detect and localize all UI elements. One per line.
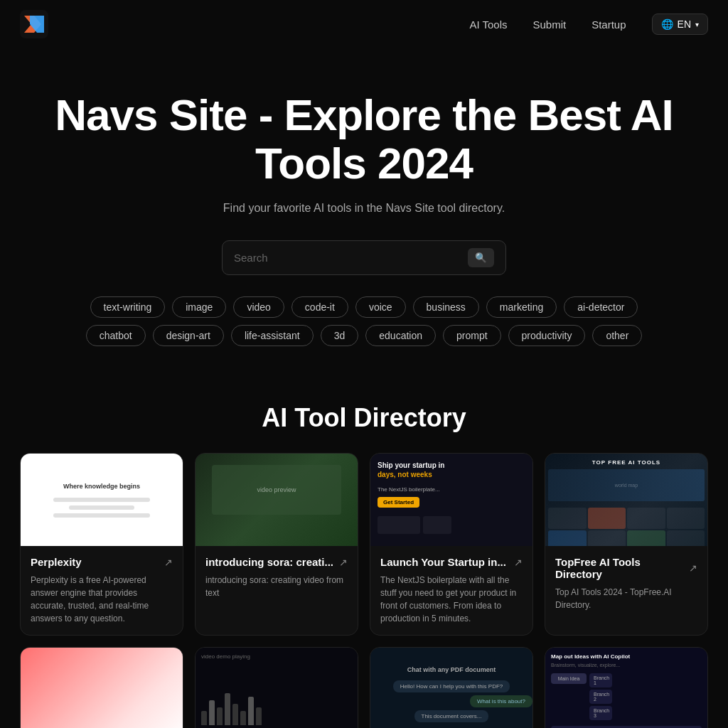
card-tap4[interactable]: Apple & ChatGPT Tap4 AI Tools Directory … <box>20 647 183 728</box>
card-thumb-sora: video preview <box>196 454 358 546</box>
external-link-icon: ↗ <box>339 557 348 568</box>
card-sora[interactable]: video preview introducing sora: creati..… <box>195 453 358 636</box>
nav-submit[interactable]: Submit <box>532 18 566 31</box>
cards-grid: Where knowledge begins Perplexity ↗ Perp… <box>14 453 714 728</box>
card-thumb-mymap: Map out Ideas with AI Copilot Brainstorm… <box>545 648 707 728</box>
card-thumb-launch: Ship your startup in days, not weeks The… <box>370 454 532 546</box>
card-pdf[interactable]: Chat with any PDF document Hello! How ca… <box>370 647 533 728</box>
nav-startup[interactable]: Startup <box>592 18 626 31</box>
search-box: 🔍 <box>222 240 506 275</box>
card-desc-perplexity: Perplexity is a free AI-powered answer e… <box>31 574 173 625</box>
tag-education[interactable]: education <box>365 325 436 346</box>
card-mymap[interactable]: Map out Ideas with AI Copilot Brainstorm… <box>545 647 708 728</box>
search-container: 🔍 <box>28 240 700 275</box>
tag-voice[interactable]: voice <box>355 296 406 318</box>
tag-prompt[interactable]: prompt <box>443 325 501 346</box>
tag-productivity[interactable]: productivity <box>508 325 586 346</box>
card-title-topfree: TopFree AI Tools Directory <box>555 556 689 580</box>
card-desc-sora: introducing sora: creating video from te… <box>205 574 348 599</box>
tag-3d[interactable]: 3d <box>321 325 359 346</box>
card-thumb-suno: video demo playing ▶ <box>196 648 358 728</box>
external-link-icon: ↗ <box>514 557 523 568</box>
nav-ai-tools[interactable]: AI Tools <box>469 18 507 31</box>
tag-video[interactable]: video <box>233 296 284 318</box>
card-title-launch: Launch Your Startup in... <box>380 556 506 568</box>
nav-links: AI Tools Submit Startup 🌐 EN ▾ <box>469 14 708 35</box>
card-body-sora: introducing sora: creati... ↗ introducin… <box>196 546 358 609</box>
lang-label: EN <box>678 18 691 30</box>
tag-chatbot[interactable]: chatbot <box>86 325 146 346</box>
navbar: AI Tools Submit Startup 🌐 EN ▾ <box>0 0 728 48</box>
card-body-topfree: TopFree AI Tools Directory ↗ Top AI Tool… <box>545 546 707 621</box>
card-thumb-pdf: Chat with any PDF document Hello! How ca… <box>370 648 532 728</box>
card-body-launch: Launch Your Startup in... ↗ The NextJS b… <box>370 546 532 635</box>
hero-section: Navs Site - Explore the Best AI Tools 20… <box>0 48 728 382</box>
globe-icon: 🌐 <box>661 18 673 30</box>
tags-container: text-writing image video code-it voice b… <box>28 296 700 346</box>
directory-section: AI Tool Directory Where knowledge begins… <box>0 382 728 728</box>
tag-other[interactable]: other <box>592 325 642 346</box>
tag-image[interactable]: image <box>172 296 226 318</box>
card-desc-launch: The NextJS boilerplate with all the stuf… <box>380 574 523 625</box>
card-title-sora: introducing sora: creati... <box>205 556 333 568</box>
language-selector[interactable]: 🌐 EN ▾ <box>652 14 708 35</box>
external-link-icon: ↗ <box>164 557 173 568</box>
logo[interactable] <box>20 10 48 38</box>
card-thumb-tap4: Apple & ChatGPT <box>21 648 183 728</box>
directory-title: AI Tool Directory <box>14 403 714 433</box>
card-thumb-perplexity: Where knowledge begins <box>21 454 183 546</box>
tag-code-it[interactable]: code-it <box>291 296 348 318</box>
card-body-perplexity: Perplexity ↗ Perplexity is a free AI-pow… <box>21 546 183 635</box>
tag-design-art[interactable]: design-art <box>153 325 224 346</box>
tag-marketing[interactable]: marketing <box>486 296 557 318</box>
search-input[interactable] <box>234 252 461 264</box>
hero-title: Navs Site - Explore the Best AI Tools 20… <box>28 91 700 188</box>
tag-text-writing[interactable]: text-writing <box>90 296 166 318</box>
card-perplexity[interactable]: Where knowledge begins Perplexity ↗ Perp… <box>20 453 183 636</box>
card-thumb-topfree: TOP FREE AI TOOLS world map <box>545 454 707 546</box>
tag-life-assistant[interactable]: life-assistant <box>231 325 314 346</box>
card-launch[interactable]: Ship your startup in days, not weeks The… <box>370 453 533 636</box>
chevron-down-icon: ▾ <box>695 21 699 28</box>
hero-subtitle: Find your favorite AI tools in the Navs … <box>28 202 700 215</box>
card-title-perplexity: Perplexity <box>31 556 82 568</box>
card-suno[interactable]: video demo playing ▶ <box>195 647 358 728</box>
card-desc-topfree: Top AI Tools 2024 - TopFree.AI Directory… <box>555 586 697 611</box>
tag-ai-detector[interactable]: ai-detector <box>564 296 638 318</box>
external-link-icon: ↗ <box>689 562 697 574</box>
search-icon: 🔍 <box>475 252 487 263</box>
card-topfree[interactable]: TOP FREE AI TOOLS world map <box>545 453 708 636</box>
tag-business[interactable]: business <box>413 296 479 318</box>
search-button[interactable]: 🔍 <box>468 248 494 267</box>
